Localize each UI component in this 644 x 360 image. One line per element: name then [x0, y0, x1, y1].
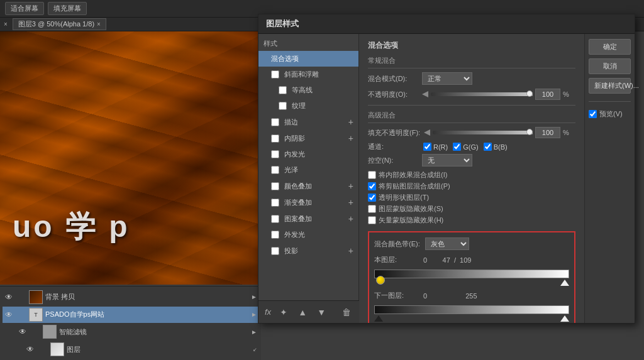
current-layer-slider[interactable] — [374, 267, 569, 286]
style-item-blend-options[interactable]: 混合选项 — [258, 51, 358, 67]
style-checkbox-drop-shadow[interactable] — [271, 247, 279, 255]
vector-mask-check[interactable]: 矢量蒙版隐藏效果(H) — [368, 215, 575, 225]
channel-r-check[interactable]: R(R) — [423, 143, 448, 151]
style-checkbox-satin[interactable] — [271, 166, 279, 174]
current-layer-left-thumb[interactable] — [376, 276, 385, 285]
move-down-button[interactable]: ▼ — [315, 306, 328, 319]
layer-options-icon[interactable]: ► — [251, 329, 257, 335]
blend-interior-check[interactable]: 将内部效果混合成组(I) — [368, 170, 575, 180]
style-item-inner-shadow[interactable]: 内阴影 + — [258, 130, 358, 146]
svg-marker-1 — [424, 129, 430, 136]
subsection-regular-blend: 常规混合 — [368, 56, 575, 68]
opacity-unit: % — [563, 90, 575, 98]
style-item-satin[interactable]: 光泽 — [258, 162, 358, 178]
new-style-button[interactable]: 新建样式(W)... — [589, 78, 631, 94]
style-checkbox-inner-shadow[interactable] — [271, 134, 279, 143]
style-item-outer-glow[interactable]: 外发光 — [258, 227, 358, 243]
style-item-pattern-overlay[interactable]: 图案叠加 + — [258, 210, 358, 227]
next-layer-slider[interactable] — [374, 303, 569, 322]
style-item-texture[interactable]: 纹理 — [258, 98, 358, 114]
blend-interior-checkbox[interactable] — [368, 171, 376, 179]
blend-clipped-checkbox[interactable] — [368, 182, 376, 190]
next-layer-right-thumb[interactable] — [560, 315, 569, 322]
blend-band-select[interactable]: 灰色 红色 绿色 蓝色 — [425, 237, 469, 250]
add-style-button[interactable]: ✦ — [277, 306, 290, 319]
layer-row[interactable]: 👁 图层 ↙ — [3, 341, 258, 357]
blend-clipped-label: 将剪贴图层混合成组(P) — [379, 182, 450, 191]
layer-options-icon[interactable]: ↙ — [253, 347, 257, 352]
blend-track-next — [374, 305, 569, 314]
subsection-advanced-blend: 高级混合 — [368, 111, 575, 123]
preview-checkbox-row[interactable]: 预览(V) — [589, 109, 631, 119]
style-item-plus-icon: + — [348, 246, 353, 256]
layer-visibility-icon[interactable]: 👁 — [25, 344, 35, 354]
style-item-label: 混合选项 — [271, 54, 299, 63]
fill-opacity-slider[interactable] — [433, 131, 533, 134]
style-checkbox-outer-glow[interactable] — [271, 231, 279, 239]
layer-options-icon[interactable]: ► — [251, 293, 257, 300]
fill-opacity-arrow-icon — [424, 129, 430, 136]
layer-mask-checkbox[interactable] — [368, 205, 376, 213]
style-item-color-overlay[interactable]: 颜色叠加 + — [258, 178, 358, 194]
layer-row[interactable]: 👁 背景 拷贝 ► — [3, 289, 258, 305]
move-up-button[interactable]: ▲ — [296, 306, 309, 319]
layer-visibility-icon[interactable]: 👁 — [18, 327, 28, 337]
layer-options-icon[interactable]: ► — [251, 311, 257, 318]
canvas-tab[interactable]: 图层3 @ 50%(Alpha 1/8) × — [13, 18, 106, 30]
cancel-button[interactable]: 取消 — [589, 58, 631, 74]
style-checkbox-color-overlay[interactable] — [271, 182, 279, 190]
style-checkbox-stroke[interactable] — [271, 118, 279, 126]
style-item-plus-icon: + — [348, 214, 353, 224]
layer-thumbnail — [43, 325, 57, 339]
style-item-label: 颜色叠加 — [284, 182, 312, 191]
style-checkbox-gradient-overlay[interactable] — [271, 199, 279, 207]
knockout-select[interactable]: 无 浅 深 — [422, 154, 472, 166]
blend-track-current — [374, 270, 569, 278]
style-checkbox-pattern-overlay[interactable] — [271, 215, 279, 223]
next-layer-left-thumb[interactable] — [374, 315, 383, 322]
style-checkbox-bevel[interactable] — [271, 70, 279, 79]
fill-screen-button[interactable]: 填充屏幕 — [48, 2, 87, 15]
blend-mode-select[interactable]: 正常 溶解 正片叠底 — [422, 72, 472, 85]
close-tab-button[interactable]: × — [4, 21, 8, 28]
tab-close-icon[interactable]: × — [97, 21, 101, 28]
advanced-blend-section: 高级混合 填充不透明度(F): % 通道: — [368, 105, 575, 323]
style-item-inner-glow[interactable]: 内发光 — [258, 146, 358, 162]
channel-b-checkbox[interactable] — [484, 143, 492, 151]
action-buttons-panel: 确定 取消 新建样式(W)... 预览(V) — [584, 34, 635, 323]
style-item-bevel[interactable]: 斜面和浮雕 — [258, 67, 358, 82]
fill-opacity-input[interactable] — [535, 127, 560, 138]
ok-button[interactable]: 确定 — [589, 39, 631, 55]
transparency-shapes-checkbox[interactable] — [368, 194, 376, 202]
layer-row[interactable]: 👁 T PSADO自学ps网站 ► — [3, 307, 258, 323]
layer-visibility-icon[interactable]: 👁 — [4, 292, 14, 302]
layer-mask-check[interactable]: 图层蒙版隐藏效果(S) — [368, 204, 575, 214]
transparency-shapes-check[interactable]: 透明形状图层(T) — [368, 193, 575, 202]
channel-r-checkbox[interactable] — [423, 143, 431, 151]
style-item-stroke[interactable]: 描边 + — [258, 114, 358, 130]
fill-opacity-row: 填充不透明度(F): % — [368, 127, 575, 138]
opacity-row: 不透明度(O): % — [368, 89, 575, 100]
layer-style-dialog: 图层样式 样式 混合选项 斜面和浮雕 等高线 纹理 描边 — [258, 14, 635, 324]
delete-style-button[interactable]: 🗑 — [340, 306, 353, 319]
fit-screen-button[interactable]: 适合屏幕 — [5, 2, 44, 15]
layer-visibility-icon[interactable]: 👁 — [4, 310, 14, 320]
channel-g-check[interactable]: G(G) — [453, 143, 478, 151]
style-checkbox-texture[interactable] — [279, 102, 287, 110]
style-checkbox-inner-glow[interactable] — [271, 150, 279, 158]
style-item-label: 描边 — [284, 117, 298, 127]
preview-checkbox[interactable] — [589, 110, 597, 118]
layer-row[interactable]: 👁 智能滤镜 ► — [3, 324, 258, 341]
opacity-slider[interactable] — [431, 92, 533, 96]
style-checkbox-contour[interactable] — [279, 86, 287, 94]
vector-mask-checkbox[interactable] — [368, 216, 376, 224]
style-item-label: 等高线 — [292, 85, 313, 95]
channel-g-checkbox[interactable] — [453, 143, 461, 151]
style-item-contour[interactable]: 等高线 — [258, 82, 358, 98]
current-layer-right-thumb[interactable] — [560, 280, 569, 286]
blend-clipped-check[interactable]: 将剪贴图层混合成组(P) — [368, 182, 575, 191]
channel-b-check[interactable]: B(B) — [484, 143, 508, 151]
style-item-gradient-overlay[interactable]: 渐变叠加 + — [258, 194, 358, 210]
style-item-drop-shadow[interactable]: 投影 + — [258, 243, 358, 259]
opacity-input[interactable] — [535, 89, 560, 100]
